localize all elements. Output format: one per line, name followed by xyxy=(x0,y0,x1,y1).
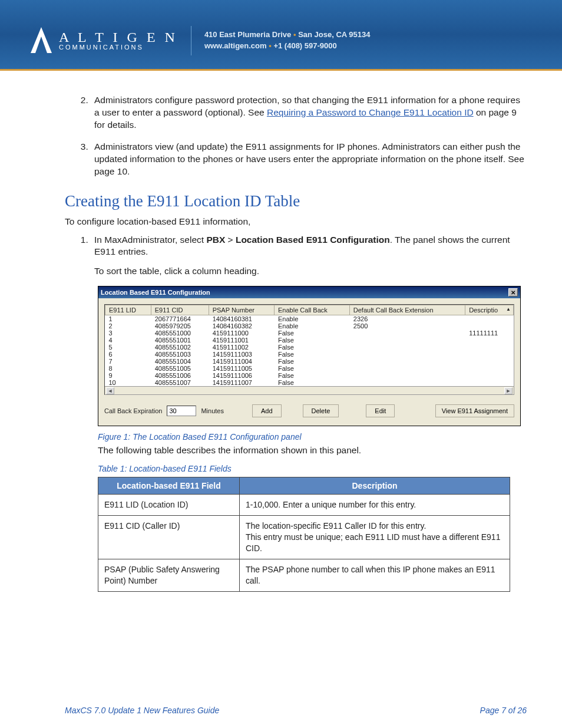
table-cell: 4085551004 xyxy=(151,358,209,365)
table-cell: 1 xyxy=(105,315,151,323)
brand-name: A L T I G E N xyxy=(59,30,178,44)
desc-row: PSAP (Public Safety Answering Point) Num… xyxy=(98,559,510,591)
desc-cell: The location-specific E911 Caller ID for… xyxy=(240,516,510,559)
table-cell: 11111111 xyxy=(465,330,514,337)
password-link[interactable]: Requiring a Password to Change E911 Loca… xyxy=(267,107,474,117)
table-cell: 14159111007 xyxy=(209,379,274,386)
table-row[interactable]: 2408597920514084160382Enable2500 xyxy=(105,322,514,330)
section-heading: Creating the E911 Location ID Table xyxy=(65,192,527,210)
footer-title: MaxCS 7.0 Update 1 New Features Guide xyxy=(65,706,219,715)
table-cell: False xyxy=(275,365,350,372)
close-icon[interactable]: ✕ xyxy=(508,288,518,297)
table-cell xyxy=(465,358,514,365)
table-cell: 2326 xyxy=(349,315,465,323)
menu-pbx: PBX xyxy=(206,235,225,245)
table-row[interactable]: 6408555100314159111003False xyxy=(105,351,514,358)
table-cell xyxy=(349,330,465,337)
table-row[interactable]: 1206777166414084160381Enable2326 xyxy=(105,315,514,323)
table-cell xyxy=(349,337,465,344)
table-cell xyxy=(349,358,465,365)
table-cell: 4085551000 xyxy=(151,330,209,337)
col-cid[interactable]: E911 CID xyxy=(151,305,209,315)
view-assignment-button[interactable]: View E911 Assignment xyxy=(435,404,514,417)
col-default-ext[interactable]: Default Call Back Extension xyxy=(349,305,465,315)
table-row[interactable]: 8408555100514159111005False xyxy=(105,365,514,372)
table-cell: 4159111000 xyxy=(209,330,274,337)
table-row[interactable]: 9408555100614159111006False xyxy=(105,372,514,379)
add-button[interactable]: Add xyxy=(252,404,282,417)
col-description[interactable]: Descriptio xyxy=(465,305,514,315)
edit-button[interactable]: Edit xyxy=(366,404,395,417)
dot-icon: • xyxy=(269,41,272,50)
table-cell: False xyxy=(275,330,350,337)
table-cell: 2500 xyxy=(349,322,465,330)
figure-caption: Figure 1: The Location Based E911 Config… xyxy=(98,432,527,442)
table-cell: 4159111001 xyxy=(209,337,274,344)
footer-page: Page 7 of 26 xyxy=(480,706,527,715)
table-cell: 3 xyxy=(105,330,151,337)
scroll-right-icon[interactable]: ► xyxy=(504,387,513,394)
desc-header-field: Location-based E911 Field xyxy=(98,477,240,495)
page-footer: MaxCS 7.0 Update 1 New Features Guide Pa… xyxy=(65,706,527,715)
text: > xyxy=(225,235,236,245)
steps-list: In MaxAdministrator, select PBX > Locati… xyxy=(65,234,527,278)
header-divider xyxy=(191,26,191,55)
table-cell: 4159111002 xyxy=(209,344,274,351)
table-header-row: E911 LID E911 CID PSAP Number Enable Cal… xyxy=(105,305,514,315)
delete-button[interactable]: Delete xyxy=(303,404,339,417)
desc-cell: E911 CID (Caller ID) xyxy=(98,516,240,559)
grid-container: E911 LID E911 CID PSAP Number Enable Cal… xyxy=(104,304,514,395)
table-row[interactable]: 440855510014159111001False xyxy=(105,337,514,344)
table-cell xyxy=(465,365,514,372)
table-cell xyxy=(465,372,514,379)
table-cell: Enable xyxy=(275,322,350,330)
desc-row: E911 LID (Location ID)1-10,000. Enter a … xyxy=(98,495,510,516)
table-cell: 4085551003 xyxy=(151,351,209,358)
table-cell xyxy=(349,351,465,358)
desc-cell: 1-10,000. Enter a unique number for this… xyxy=(240,495,510,516)
callback-exp-input[interactable] xyxy=(167,406,196,416)
table-row[interactable]: 7408555100414159111004False xyxy=(105,358,514,365)
table-row[interactable]: 340855510004159111000False11111111 xyxy=(105,330,514,337)
table-cell: 6 xyxy=(105,351,151,358)
dot-icon: • xyxy=(293,30,296,39)
table-cell: 9 xyxy=(105,372,151,379)
table-cell: 14084160381 xyxy=(209,315,274,323)
table-cell: False xyxy=(275,344,350,351)
logo-block: A L T I G E N COMMUNICATIONS 410 East Pl… xyxy=(29,26,371,55)
horizontal-scrollbar[interactable]: ◄ ► xyxy=(105,386,514,394)
table-cell: 14159111003 xyxy=(209,351,274,358)
col-lid[interactable]: E911 LID xyxy=(105,305,151,315)
table-cell: 4085551001 xyxy=(151,337,209,344)
table-cell: 4 xyxy=(105,337,151,344)
table-cell: 14159111004 xyxy=(209,358,274,365)
scroll-left-icon[interactable]: ◄ xyxy=(106,387,114,394)
table-cell: False xyxy=(275,351,350,358)
e911-table: E911 LID E911 CID PSAP Number Enable Cal… xyxy=(105,305,514,386)
table-cell: 4085551007 xyxy=(151,379,209,386)
table-cell: False xyxy=(275,337,350,344)
desc-cell: The PSAP phone number to call when this … xyxy=(240,559,510,591)
after-figure-text: The following table describes the inform… xyxy=(98,445,527,456)
table-cell: 4085551005 xyxy=(151,365,209,372)
table-cell: False xyxy=(275,379,350,386)
table-cell: 10 xyxy=(105,379,151,386)
table-row[interactable]: 10408555100714159111007False xyxy=(105,379,514,386)
table-row[interactable]: 540855510024159111002False xyxy=(105,344,514,351)
step-1: In MaxAdministrator, select PBX > Locati… xyxy=(91,234,527,278)
logo-text: A L T I G E N COMMUNICATIONS xyxy=(59,30,178,51)
list-item-2: Administrators configure password protec… xyxy=(91,94,527,131)
addr-street: 410 East Plumeria Drive xyxy=(204,30,291,39)
table-cell: 14084160382 xyxy=(209,322,274,330)
page-header: A L T I G E N COMMUNICATIONS 410 East Pl… xyxy=(0,0,562,71)
table-cell xyxy=(465,337,514,344)
table-cell: 8 xyxy=(105,365,151,372)
brand-sub: COMMUNICATIONS xyxy=(59,44,178,51)
col-psap[interactable]: PSAP Number xyxy=(209,305,274,315)
table-cell: 14159111006 xyxy=(209,372,274,379)
col-callback[interactable]: Enable Call Back xyxy=(275,305,350,315)
menu-e911: Location Based E911 Configuration xyxy=(236,235,390,245)
table-cell: Enable xyxy=(275,315,350,323)
window-title: Location Based E911 Configuration xyxy=(101,289,210,296)
table-cell xyxy=(349,372,465,379)
